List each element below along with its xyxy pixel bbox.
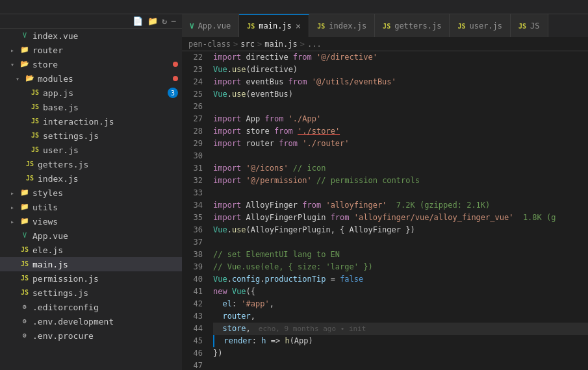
refresh-icon[interactable]: ↻ — [162, 16, 167, 26]
sidebar-item-settings-js[interactable]: JSsettings.js — [0, 286, 182, 300]
sidebar-item-getters-js[interactable]: JSgetters.js — [0, 157, 182, 171]
sidebar-item-index-vue[interactable]: Vindex.vue — [0, 29, 182, 43]
tree-item-label: App.vue — [32, 231, 182, 241]
tree-item-label: app.js — [43, 88, 168, 98]
js-tab-icon: JS — [457, 21, 465, 31]
line-number-37: 37 — [182, 236, 203, 249]
tree-item-label: permission.js — [32, 274, 182, 284]
sidebar-item-modules[interactable]: 📂modules — [0, 71, 182, 86]
tabs-bar: VApp.vueJSmain.js×JSindex.jsJSgetters.js… — [182, 14, 588, 37]
sidebar-item-router[interactable]: 📁router — [0, 43, 182, 57]
dot-icon: ⚙ — [19, 330, 30, 341]
sidebar-item-app-vue[interactable]: VApp.vue — [0, 228, 182, 243]
sidebar-item-user-js-inner[interactable]: JSuser.js — [0, 143, 182, 157]
tree-item-label: interaction.js — [43, 117, 182, 127]
tab-close-button[interactable]: × — [296, 21, 301, 31]
collapse-icon[interactable]: − — [172, 16, 177, 26]
code-line-24: import eventBus from '@/utils/eventBus' — [213, 76, 588, 88]
code-line-29: import router from './router' — [213, 138, 588, 150]
code-line-23: Vue.use(directive) — [213, 64, 588, 76]
sidebar-item-views[interactable]: 📁views — [0, 214, 182, 228]
breadcrumb-part-0[interactable]: pen-class — [188, 40, 231, 49]
code-line-38: // set ElementUI lang to EN — [213, 249, 588, 261]
sidebar-item-ele-js[interactable]: JSele.js — [0, 243, 182, 257]
sidebar-item-env-procure[interactable]: ⚙.env.procure — [0, 328, 182, 343]
code-editor[interactable]: 2223242526272829303132333435363738394041… — [182, 51, 588, 370]
sidebar-item-index-js-store[interactable]: JSindex.js — [0, 171, 182, 186]
tree-item-label: styles — [32, 188, 182, 198]
tree-item-label: views — [32, 217, 182, 227]
js-icon: JS — [19, 245, 30, 255]
dot-indicator — [173, 62, 178, 67]
sidebar-item-main-js[interactable]: JSmain.js — [0, 257, 182, 271]
line-number-42: 42 — [182, 298, 203, 310]
code-line-32: import '@/permission' // permission cont… — [213, 175, 588, 187]
breadcrumb: pen-class>src>main.js>... — [182, 37, 588, 51]
sidebar-item-env-development[interactable]: ⚙.env.development — [0, 314, 182, 328]
tree-item-label: store — [32, 60, 173, 69]
tab-getters-js-tab[interactable]: JSgetters.js — [375, 14, 450, 37]
new-folder-icon[interactable]: 📁 — [147, 16, 159, 26]
line-number-22: 22 — [182, 51, 203, 64]
tab-label: getters.js — [394, 21, 441, 31]
code-line-40: Vue.config.productionTip = false — [213, 273, 588, 286]
js-icon: JS — [30, 116, 40, 127]
code-line-30 — [213, 150, 588, 162]
tab-label: main.js — [259, 21, 292, 31]
sidebar-item-app-js[interactable]: JSapp.js3 — [0, 86, 182, 100]
js-tab-icon: JS — [317, 21, 325, 31]
sidebar-icons: 📄 📁 ↻ − — [133, 16, 177, 26]
tree-item-label: index.vue — [32, 31, 182, 41]
dot-icon: ⚙ — [19, 302, 30, 312]
tab-extra-tab[interactable]: JSJS — [511, 14, 548, 37]
sidebar-item-base-js[interactable]: JSbase.js — [0, 100, 182, 114]
line-numbers: 2223242526272829303132333435363738394041… — [182, 51, 208, 370]
tree-item-label: settings.js — [43, 131, 182, 141]
line-number-40: 40 — [182, 273, 203, 286]
tab-app-vue-tab[interactable]: VApp.vue — [182, 14, 239, 37]
js-icon: JS — [30, 145, 40, 155]
tab-label: index.js — [329, 21, 366, 31]
code-line-25: Vue.use(eventBus) — [213, 88, 588, 101]
sidebar-item-styles[interactable]: 📁styles — [0, 186, 182, 200]
sidebar-item-utils[interactable]: 📁utils — [0, 200, 182, 214]
code-line-22: import directive from '@/directive' — [213, 51, 588, 64]
sidebar-item-permission-js[interactable]: JSpermission.js — [0, 271, 182, 286]
js-icon: JS — [19, 288, 30, 298]
sidebar-header: 📄 📁 ↻ − — [0, 14, 182, 29]
js-icon: JS — [30, 88, 40, 98]
breadcrumb-part-1[interactable]: src — [240, 40, 255, 49]
sidebar-item-interaction-js[interactable]: JSinteraction.js — [0, 114, 182, 129]
js-icon: JS — [19, 273, 30, 284]
js-tab-icon: JS — [383, 21, 390, 31]
line-number-25: 25 — [182, 88, 203, 101]
breadcrumb-part-2[interactable]: main.js — [264, 40, 298, 49]
sidebar-item-settings-js-inner[interactable]: JSsettings.js — [0, 129, 182, 143]
sidebar-item-editorconfig[interactable]: ⚙.editorconfig — [0, 300, 182, 314]
line-number-34: 34 — [182, 199, 203, 212]
code-line-44: store,echo, 9 months ago • init — [213, 323, 588, 335]
sidebar-item-store[interactable]: 📂store — [0, 57, 182, 71]
folder-closed-icon: 📁 — [19, 45, 30, 55]
line-number-39: 39 — [182, 261, 203, 273]
breadcrumb-sep: > — [257, 40, 262, 49]
line-number-44: 44 — [182, 323, 203, 335]
new-file-icon[interactable]: 📄 — [133, 16, 144, 26]
line-number-32: 32 — [182, 175, 203, 187]
breadcrumb-sep: > — [300, 40, 305, 49]
line-number-41: 41 — [182, 286, 203, 298]
line-number-45: 45 — [182, 335, 203, 347]
top-bar — [0, 0, 588, 14]
breadcrumb-part-3[interactable]: ... — [307, 40, 322, 49]
tab-index-js-tab[interactable]: JSindex.js — [309, 14, 375, 37]
folder-open-icon: 📂 — [19, 59, 30, 69]
tab-label: App.vue — [198, 21, 231, 31]
tab-user-js-tab[interactable]: JSuser.js — [450, 14, 511, 37]
line-number-38: 38 — [182, 249, 203, 261]
tab-main-js-tab[interactable]: JSmain.js× — [239, 14, 309, 37]
breadcrumb-sep: > — [233, 40, 238, 49]
line-number-43: 43 — [182, 310, 203, 323]
folder-closed-icon: 📁 — [19, 216, 30, 227]
line-number-30: 30 — [182, 150, 203, 162]
folder-closed-icon: 📁 — [19, 188, 30, 198]
